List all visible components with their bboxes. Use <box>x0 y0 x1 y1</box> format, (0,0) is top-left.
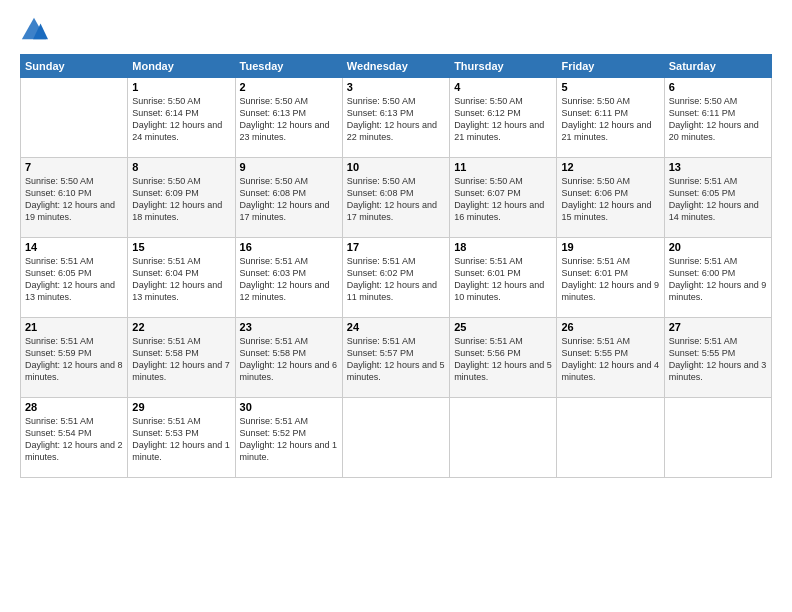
day-info: Sunrise: 5:50 AMSunset: 6:08 PMDaylight:… <box>347 175 445 224</box>
day-cell: 4Sunrise: 5:50 AMSunset: 6:12 PMDaylight… <box>450 78 557 158</box>
day-cell <box>664 398 771 478</box>
day-info: Sunrise: 5:51 AMSunset: 6:05 PMDaylight:… <box>669 175 767 224</box>
logo <box>20 16 52 44</box>
day-info: Sunrise: 5:50 AMSunset: 6:13 PMDaylight:… <box>240 95 338 144</box>
day-cell: 14Sunrise: 5:51 AMSunset: 6:05 PMDayligh… <box>21 238 128 318</box>
day-cell: 5Sunrise: 5:50 AMSunset: 6:11 PMDaylight… <box>557 78 664 158</box>
week-row-3: 14Sunrise: 5:51 AMSunset: 6:05 PMDayligh… <box>21 238 772 318</box>
day-number: 1 <box>132 81 230 93</box>
day-number: 9 <box>240 161 338 173</box>
calendar-header-row: SundayMondayTuesdayWednesdayThursdayFrid… <box>21 55 772 78</box>
day-info: Sunrise: 5:51 AMSunset: 5:55 PMDaylight:… <box>669 335 767 384</box>
day-info: Sunrise: 5:51 AMSunset: 5:53 PMDaylight:… <box>132 415 230 464</box>
day-cell: 15Sunrise: 5:51 AMSunset: 6:04 PMDayligh… <box>128 238 235 318</box>
day-info: Sunrise: 5:50 AMSunset: 6:14 PMDaylight:… <box>132 95 230 144</box>
day-number: 17 <box>347 241 445 253</box>
header <box>20 16 772 44</box>
day-info: Sunrise: 5:50 AMSunset: 6:13 PMDaylight:… <box>347 95 445 144</box>
day-cell: 19Sunrise: 5:51 AMSunset: 6:01 PMDayligh… <box>557 238 664 318</box>
day-cell: 6Sunrise: 5:50 AMSunset: 6:11 PMDaylight… <box>664 78 771 158</box>
day-info: Sunrise: 5:50 AMSunset: 6:12 PMDaylight:… <box>454 95 552 144</box>
day-number: 21 <box>25 321 123 333</box>
day-info: Sunrise: 5:50 AMSunset: 6:08 PMDaylight:… <box>240 175 338 224</box>
day-number: 27 <box>669 321 767 333</box>
day-cell: 16Sunrise: 5:51 AMSunset: 6:03 PMDayligh… <box>235 238 342 318</box>
day-info: Sunrise: 5:50 AMSunset: 6:07 PMDaylight:… <box>454 175 552 224</box>
day-cell <box>21 78 128 158</box>
day-info: Sunrise: 5:51 AMSunset: 5:59 PMDaylight:… <box>25 335 123 384</box>
day-cell: 9Sunrise: 5:50 AMSunset: 6:08 PMDaylight… <box>235 158 342 238</box>
col-header-wednesday: Wednesday <box>342 55 449 78</box>
day-number: 2 <box>240 81 338 93</box>
day-info: Sunrise: 5:51 AMSunset: 5:56 PMDaylight:… <box>454 335 552 384</box>
day-info: Sunrise: 5:51 AMSunset: 6:03 PMDaylight:… <box>240 255 338 304</box>
day-info: Sunrise: 5:51 AMSunset: 6:05 PMDaylight:… <box>25 255 123 304</box>
day-info: Sunrise: 5:51 AMSunset: 6:02 PMDaylight:… <box>347 255 445 304</box>
day-number: 30 <box>240 401 338 413</box>
week-row-1: 1Sunrise: 5:50 AMSunset: 6:14 PMDaylight… <box>21 78 772 158</box>
day-info: Sunrise: 5:51 AMSunset: 6:01 PMDaylight:… <box>561 255 659 304</box>
day-number: 4 <box>454 81 552 93</box>
day-info: Sunrise: 5:50 AMSunset: 6:11 PMDaylight:… <box>561 95 659 144</box>
day-cell: 1Sunrise: 5:50 AMSunset: 6:14 PMDaylight… <box>128 78 235 158</box>
day-number: 25 <box>454 321 552 333</box>
day-cell: 18Sunrise: 5:51 AMSunset: 6:01 PMDayligh… <box>450 238 557 318</box>
day-number: 26 <box>561 321 659 333</box>
day-number: 14 <box>25 241 123 253</box>
day-number: 10 <box>347 161 445 173</box>
day-number: 13 <box>669 161 767 173</box>
week-row-2: 7Sunrise: 5:50 AMSunset: 6:10 PMDaylight… <box>21 158 772 238</box>
day-cell: 3Sunrise: 5:50 AMSunset: 6:13 PMDaylight… <box>342 78 449 158</box>
day-number: 29 <box>132 401 230 413</box>
col-header-thursday: Thursday <box>450 55 557 78</box>
day-info: Sunrise: 5:51 AMSunset: 5:57 PMDaylight:… <box>347 335 445 384</box>
day-cell: 24Sunrise: 5:51 AMSunset: 5:57 PMDayligh… <box>342 318 449 398</box>
day-number: 22 <box>132 321 230 333</box>
day-number: 11 <box>454 161 552 173</box>
col-header-friday: Friday <box>557 55 664 78</box>
col-header-saturday: Saturday <box>664 55 771 78</box>
week-row-5: 28Sunrise: 5:51 AMSunset: 5:54 PMDayligh… <box>21 398 772 478</box>
day-info: Sunrise: 5:51 AMSunset: 6:04 PMDaylight:… <box>132 255 230 304</box>
day-info: Sunrise: 5:51 AMSunset: 6:00 PMDaylight:… <box>669 255 767 304</box>
day-info: Sunrise: 5:50 AMSunset: 6:09 PMDaylight:… <box>132 175 230 224</box>
day-cell: 12Sunrise: 5:50 AMSunset: 6:06 PMDayligh… <box>557 158 664 238</box>
day-cell <box>342 398 449 478</box>
col-header-monday: Monday <box>128 55 235 78</box>
day-cell: 10Sunrise: 5:50 AMSunset: 6:08 PMDayligh… <box>342 158 449 238</box>
week-row-4: 21Sunrise: 5:51 AMSunset: 5:59 PMDayligh… <box>21 318 772 398</box>
day-number: 18 <box>454 241 552 253</box>
day-cell: 20Sunrise: 5:51 AMSunset: 6:00 PMDayligh… <box>664 238 771 318</box>
day-info: Sunrise: 5:50 AMSunset: 6:11 PMDaylight:… <box>669 95 767 144</box>
day-cell: 13Sunrise: 5:51 AMSunset: 6:05 PMDayligh… <box>664 158 771 238</box>
calendar-table: SundayMondayTuesdayWednesdayThursdayFrid… <box>20 54 772 478</box>
day-info: Sunrise: 5:50 AMSunset: 6:10 PMDaylight:… <box>25 175 123 224</box>
day-cell <box>557 398 664 478</box>
day-number: 15 <box>132 241 230 253</box>
day-info: Sunrise: 5:51 AMSunset: 6:01 PMDaylight:… <box>454 255 552 304</box>
day-cell: 23Sunrise: 5:51 AMSunset: 5:58 PMDayligh… <box>235 318 342 398</box>
day-number: 24 <box>347 321 445 333</box>
logo-icon <box>20 16 48 44</box>
day-cell: 2Sunrise: 5:50 AMSunset: 6:13 PMDaylight… <box>235 78 342 158</box>
col-header-sunday: Sunday <box>21 55 128 78</box>
day-info: Sunrise: 5:51 AMSunset: 5:54 PMDaylight:… <box>25 415 123 464</box>
day-cell: 28Sunrise: 5:51 AMSunset: 5:54 PMDayligh… <box>21 398 128 478</box>
day-info: Sunrise: 5:51 AMSunset: 5:58 PMDaylight:… <box>240 335 338 384</box>
day-cell: 25Sunrise: 5:51 AMSunset: 5:56 PMDayligh… <box>450 318 557 398</box>
day-cell: 22Sunrise: 5:51 AMSunset: 5:58 PMDayligh… <box>128 318 235 398</box>
day-info: Sunrise: 5:51 AMSunset: 5:55 PMDaylight:… <box>561 335 659 384</box>
day-number: 8 <box>132 161 230 173</box>
day-number: 23 <box>240 321 338 333</box>
day-number: 6 <box>669 81 767 93</box>
day-number: 7 <box>25 161 123 173</box>
day-info: Sunrise: 5:51 AMSunset: 5:52 PMDaylight:… <box>240 415 338 464</box>
page: SundayMondayTuesdayWednesdayThursdayFrid… <box>0 0 792 612</box>
day-info: Sunrise: 5:50 AMSunset: 6:06 PMDaylight:… <box>561 175 659 224</box>
day-cell: 27Sunrise: 5:51 AMSunset: 5:55 PMDayligh… <box>664 318 771 398</box>
day-number: 5 <box>561 81 659 93</box>
day-cell: 26Sunrise: 5:51 AMSunset: 5:55 PMDayligh… <box>557 318 664 398</box>
day-cell: 17Sunrise: 5:51 AMSunset: 6:02 PMDayligh… <box>342 238 449 318</box>
day-cell: 11Sunrise: 5:50 AMSunset: 6:07 PMDayligh… <box>450 158 557 238</box>
day-number: 12 <box>561 161 659 173</box>
